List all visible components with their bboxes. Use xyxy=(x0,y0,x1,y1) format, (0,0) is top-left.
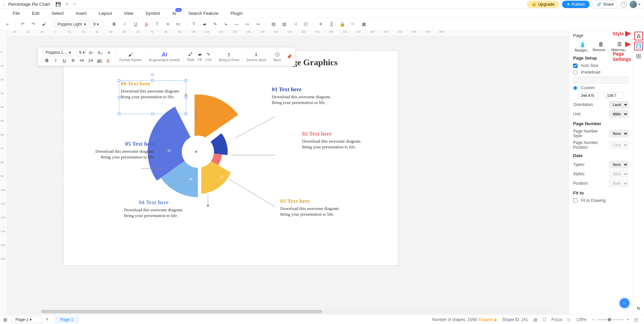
ctx-increase-font-icon[interactable]: A↑ xyxy=(88,49,95,56)
fit-screen-icon[interactable]: ◳ xyxy=(634,317,638,322)
desc-3b[interactable]: Bring your presentation to life. xyxy=(280,212,340,217)
desc-4a[interactable]: Download this awesome diagram. xyxy=(124,207,183,213)
toggle-sidebar-icon[interactable]: » xyxy=(3,20,12,29)
undo-icon[interactable]: ↶ xyxy=(18,20,27,29)
predefined-select[interactable] xyxy=(573,77,629,83)
assistant-bubble-icon[interactable] xyxy=(620,298,629,308)
page-selector[interactable]: Page-1 ▾ xyxy=(12,316,42,323)
ctx-numlist-icon[interactable]: 1≡ xyxy=(87,57,94,64)
rail-expand-icon[interactable]: ⇆ xyxy=(634,304,643,313)
zoom-level[interactable]: 135% xyxy=(576,317,587,322)
pn-position-select[interactable]: Center xyxy=(609,141,629,149)
label-2[interactable]: 02 Text here xyxy=(302,131,361,137)
label-3[interactable]: 03 Text here xyxy=(280,198,340,205)
adjust-handle[interactable] xyxy=(185,94,187,96)
effects-icon[interactable]: ✳ xyxy=(316,20,326,29)
desc-1a[interactable]: Download this awesome diagram. xyxy=(272,94,331,100)
horizontal-scrollbar[interactable] xyxy=(41,310,552,313)
ctx-more-icon[interactable]: ⓘ xyxy=(274,51,281,58)
publish-button[interactable]: ✈Publish xyxy=(562,1,590,8)
menu-symbol[interactable]: Symbol xyxy=(139,11,166,16)
ctx-send-back-icon[interactable]: ↧ xyxy=(253,51,260,58)
line-style-icon[interactable]: ✎ xyxy=(211,20,220,29)
open-external-icon[interactable]: ↗ xyxy=(65,2,69,7)
resize-handle-s[interactable] xyxy=(152,113,154,115)
star-icon[interactable]: ☆ xyxy=(73,2,77,7)
resize-handle-ne[interactable] xyxy=(185,79,187,82)
ctx-format-painter-icon[interactable]: 🖌 xyxy=(127,51,134,58)
ctx-fontcolor-icon[interactable]: A xyxy=(105,57,112,64)
share-button[interactable]: 🔗Share xyxy=(592,0,618,8)
menu-edit[interactable]: Edit xyxy=(26,11,45,16)
fit-drawing-checkbox[interactable] xyxy=(573,199,577,203)
menu-view[interactable]: View xyxy=(118,11,139,16)
avatar[interactable] xyxy=(630,1,637,8)
label-5[interactable]: 05 Text here xyxy=(95,141,155,147)
play-icon[interactable]: ▷ xyxy=(568,317,571,322)
menu-search[interactable]: Search Feature xyxy=(182,11,225,16)
help-icon[interactable]: ? xyxy=(621,1,627,7)
redo-icon[interactable]: ↷ xyxy=(29,20,38,29)
ctx-font-dropdown[interactable]: Poppins L...▾ xyxy=(43,49,74,56)
rotate-handle[interactable] xyxy=(151,73,154,76)
custom-radio[interactable] xyxy=(573,86,577,90)
focus-button[interactable]: Focus xyxy=(552,317,563,322)
line-dash-icon[interactable]: ― xyxy=(232,20,242,29)
ctx-decrease-font-icon[interactable]: A↓ xyxy=(97,49,103,56)
align-objects-icon[interactable]: ⊣ xyxy=(290,20,300,29)
context-toolbar[interactable]: Poppins L...▾ 9▾ A↑ A↓ ≡ B I U S •≡ 1≡ a… xyxy=(38,47,296,66)
connector-icon[interactable]: ↳ xyxy=(221,20,231,29)
panel-remove-button[interactable]: 🗑Remove ... xyxy=(592,41,610,52)
resize-handle-nw[interactable] xyxy=(118,79,120,82)
ctx-pin-icon[interactable]: 📌 xyxy=(285,54,294,59)
ctx-line-icon[interactable]: ✎ xyxy=(205,51,212,58)
add-page-button[interactable]: + xyxy=(45,316,49,323)
ctx-align-icon[interactable]: ≡ xyxy=(105,49,112,56)
ctx-size-dropdown[interactable]: 9▾ xyxy=(76,49,86,56)
text-highlight-icon[interactable]: T xyxy=(153,20,162,29)
orientation-select[interactable]: Lands... xyxy=(609,101,629,108)
fullscreen-icon[interactable]: ☐ xyxy=(543,317,546,322)
bring-front-icon[interactable]: ▤ xyxy=(269,20,278,29)
layers-icon[interactable]: ▤ xyxy=(533,317,537,322)
ctx-strike-icon[interactable]: S xyxy=(70,57,77,64)
desc-5b[interactable]: Bring your presentation to life. xyxy=(95,154,155,160)
ctx-fill-icon[interactable]: ▰ xyxy=(197,51,203,58)
menu-file[interactable]: File xyxy=(7,11,26,16)
ctx-style-icon[interactable]: 🖍 xyxy=(187,51,194,58)
desc-5a[interactable]: Download this awesome diagram. xyxy=(95,149,155,154)
arrow-start-icon[interactable]: ⇦ xyxy=(243,20,252,29)
lock-icon[interactable]: 🔒 xyxy=(338,20,347,29)
eraser-icon[interactable]: ╳ xyxy=(327,20,336,29)
italic-icon[interactable]: I xyxy=(120,20,130,29)
resize-handle-se[interactable] xyxy=(185,113,187,115)
resize-handle-sw[interactable] xyxy=(118,113,120,115)
date-type-select[interactable]: None xyxy=(609,161,629,168)
save-icon[interactable]: 💾 xyxy=(55,2,61,7)
predefined-radio[interactable] xyxy=(573,70,577,75)
pages-outline-icon[interactable]: ▤ xyxy=(3,317,7,322)
width-input[interactable] xyxy=(578,92,598,99)
ctx-bold-icon[interactable]: B xyxy=(44,57,50,64)
expand-link[interactable]: Expand xyxy=(479,317,492,322)
ctx-ai-icon[interactable]: AI xyxy=(161,51,168,58)
resize-handle-e[interactable] xyxy=(185,96,187,99)
back-icon[interactable]: ‹ xyxy=(3,2,5,7)
zoom-slider[interactable] xyxy=(597,319,624,320)
desc-3a[interactable]: Download this awesome diagram. xyxy=(280,206,340,212)
bold-icon[interactable]: B xyxy=(110,20,119,29)
text-tool-icon[interactable]: T xyxy=(189,20,199,29)
line-spacing-icon[interactable]: ≡↕ xyxy=(174,20,183,29)
date-style-select[interactable]: 2023-... xyxy=(609,170,629,178)
autosize-checkbox[interactable] xyxy=(573,64,577,68)
rail-page-settings-button[interactable] xyxy=(634,42,643,50)
canvas[interactable]: ercentage Graphics xyxy=(63,50,398,266)
align-icon[interactable]: ≡ xyxy=(163,20,173,29)
ctx-underline-icon[interactable]: U xyxy=(61,57,68,64)
menu-insert[interactable]: Insert xyxy=(70,11,93,16)
label-1[interactable]: 01 Text here xyxy=(272,86,331,93)
font-dropdown[interactable]: Poppins Light▾ xyxy=(54,21,89,28)
avatar-menu-caret-icon[interactable]: ▾ xyxy=(638,2,641,7)
rail-style-button[interactable] xyxy=(634,32,643,40)
desc-2a[interactable]: Download this awesome diagram. xyxy=(302,139,361,144)
